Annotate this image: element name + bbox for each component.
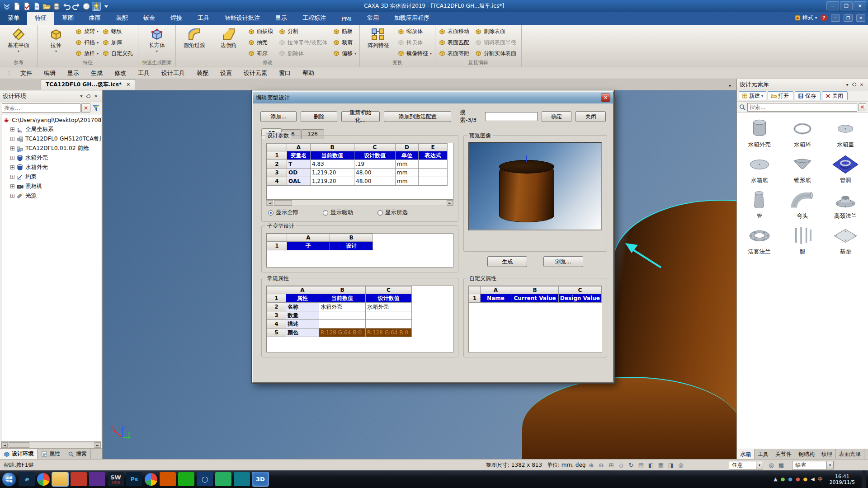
column-header[interactable]: A bbox=[286, 286, 319, 294]
table-row[interactable]: 3 数量 bbox=[267, 311, 412, 320]
new-file-icon[interactable] bbox=[13, 2, 21, 10]
cell[interactable]: 子 bbox=[287, 242, 330, 250]
cell[interactable] bbox=[419, 177, 448, 186]
clear-search-icon[interactable]: ✕ bbox=[859, 103, 866, 111]
params-horizontal-scrollbar[interactable]: ◄ ► bbox=[266, 200, 453, 206]
smart-capture-icon[interactable] bbox=[92, 2, 100, 10]
direction-arrow[interactable] bbox=[623, 239, 664, 272]
shade-mode[interactable]: ◧ bbox=[646, 461, 656, 469]
clear-search-icon[interactable]: ✕ bbox=[81, 103, 90, 113]
app-explorer[interactable] bbox=[52, 472, 68, 486]
import-doc-icon[interactable] bbox=[33, 2, 41, 10]
cell[interactable]: Design Value bbox=[558, 294, 601, 303]
ribbon-large-item[interactable]: 基准平面 ▾ bbox=[2, 26, 35, 59]
ok-button[interactable]: 确定 bbox=[542, 111, 572, 122]
app-green[interactable] bbox=[215, 472, 231, 486]
table-row[interactable]: 1 属性当前数值设计数值 bbox=[267, 294, 412, 303]
ribbon-small-item[interactable]: 拉伸零件/装配体 bbox=[278, 38, 329, 48]
open-file-icon[interactable] bbox=[23, 2, 31, 10]
cell[interactable]: R:128 G:64 B:0 bbox=[366, 328, 412, 337]
cell[interactable]: 设计数值 bbox=[354, 151, 396, 160]
reinitialize-button[interactable]: 重新初始化... bbox=[341, 111, 380, 122]
library-tab[interactable]: 关节件 bbox=[772, 449, 795, 459]
cell[interactable]: 属性 bbox=[286, 294, 319, 303]
library-tab[interactable]: 水箱 bbox=[737, 449, 755, 459]
open-folder-icon[interactable] bbox=[42, 2, 51, 10]
tree-search-input[interactable] bbox=[2, 103, 80, 113]
ribbon-large-item[interactable]: 拉伸 ▾ bbox=[39, 26, 73, 59]
ribbon-tab[interactable]: 焊接 bbox=[163, 12, 190, 25]
cell[interactable] bbox=[319, 311, 366, 320]
library-item[interactable]: 水箱环 bbox=[781, 117, 824, 150]
tree-item[interactable]: + 约束 bbox=[1, 172, 101, 182]
tray-app-1[interactable]: ● bbox=[781, 476, 785, 482]
refresh-view[interactable]: ↻ bbox=[627, 461, 636, 469]
expand-toggle[interactable]: + bbox=[10, 165, 14, 169]
app-orange[interactable] bbox=[160, 472, 176, 486]
pin-icon[interactable] bbox=[851, 81, 858, 88]
ribbon-tab[interactable]: 显示 bbox=[268, 12, 295, 25]
grid[interactable]: ▩ bbox=[777, 461, 786, 469]
view-front[interactable]: ▤ bbox=[637, 461, 646, 469]
cell[interactable]: 48.00 bbox=[354, 177, 396, 186]
menu-item[interactable]: 装配 bbox=[191, 67, 214, 79]
tree-item[interactable]: + 水箱外壳 bbox=[1, 163, 101, 172]
panel-menu-icon[interactable]: ▾ bbox=[78, 93, 85, 100]
cell[interactable]: 1,219.20 bbox=[311, 169, 354, 177]
expand-toggle[interactable]: + bbox=[10, 184, 14, 188]
library-tab[interactable]: 纹理 bbox=[818, 449, 836, 459]
app-ie[interactable]: e bbox=[19, 472, 35, 486]
ribbon-small-item[interactable]: 面拔模 bbox=[248, 26, 275, 37]
panel-close-icon[interactable]: ✕ bbox=[858, 81, 865, 88]
scroll-right-icon[interactable]: ► bbox=[94, 442, 101, 448]
library-item[interactable]: 高颈法兰 bbox=[824, 188, 867, 222]
add-button[interactable]: 添加... bbox=[260, 111, 297, 122]
ribbon-small-item[interactable]: 镜像特征 ▾ bbox=[397, 48, 432, 59]
close-tab-icon[interactable]: ✕ bbox=[126, 82, 130, 88]
zoom-all[interactable]: ◇ bbox=[617, 461, 626, 469]
ribbon-tab[interactable]: 草图 bbox=[54, 12, 81, 25]
ribbon-tab[interactable]: 常用 bbox=[359, 12, 387, 25]
browse-button[interactable]: 浏览... bbox=[543, 256, 583, 267]
expand-toggle[interactable]: + bbox=[10, 175, 14, 179]
app-browser[interactable] bbox=[37, 473, 50, 486]
expand-toggle[interactable]: + bbox=[10, 156, 14, 160]
cell[interactable] bbox=[366, 320, 412, 328]
column-header[interactable]: B bbox=[511, 286, 558, 294]
panel-menu-icon[interactable]: ▾ bbox=[844, 81, 851, 88]
scroll-left-icon[interactable]: ◄ bbox=[1, 442, 8, 448]
column-header[interactable]: E bbox=[419, 144, 448, 151]
cell[interactable]: 数量 bbox=[286, 311, 319, 320]
library-button[interactable]: 保存 bbox=[795, 91, 821, 100]
wireframe-mode[interactable]: ▦ bbox=[656, 461, 665, 469]
locate[interactable]: ◎ bbox=[767, 461, 776, 469]
app-teal[interactable] bbox=[234, 472, 250, 486]
library-item[interactable]: 基垫 bbox=[824, 224, 867, 258]
column-header[interactable] bbox=[267, 234, 287, 242]
table-row[interactable]: 5 颜色R:128 G:64 B:0R:128 G:64 B:0 bbox=[267, 328, 412, 337]
tray-volume[interactable]: ◀ bbox=[811, 476, 814, 482]
column-header[interactable]: D bbox=[396, 144, 419, 151]
cell[interactable]: 表达式 bbox=[419, 151, 448, 160]
ribbon-tab[interactable]: 特征 bbox=[27, 12, 54, 25]
cell[interactable] bbox=[319, 320, 366, 328]
ribbon-small-item[interactable]: 筋板 bbox=[333, 26, 356, 37]
tab-list-dropdown-icon[interactable]: ▾ bbox=[729, 83, 731, 88]
menu-item[interactable]: 帮助 bbox=[297, 67, 320, 79]
table-row[interactable]: 1 变量名当前数值设计数值单位表达式 bbox=[267, 151, 448, 160]
ribbon-small-item[interactable]: 编辑表面半径 bbox=[475, 38, 518, 48]
cell[interactable]: 名称 bbox=[286, 303, 319, 311]
save-icon[interactable] bbox=[52, 2, 61, 10]
app-solidworks[interactable]: SW 2016 bbox=[108, 472, 124, 486]
row-number[interactable]: 1 bbox=[267, 151, 287, 160]
cell[interactable]: mm bbox=[396, 160, 419, 169]
ribbon-small-item[interactable]: 表面等距 bbox=[439, 48, 471, 59]
minimize-button[interactable]: ─ bbox=[826, 1, 839, 10]
library-item[interactable]: 水箱底 bbox=[738, 152, 781, 186]
menu-item[interactable]: 窗口 bbox=[274, 67, 296, 79]
row-number[interactable]: 3 bbox=[267, 311, 286, 320]
taskbar-clock[interactable]: 16:41 2019/11/5 bbox=[826, 474, 859, 485]
qat-more-icon[interactable] bbox=[102, 2, 110, 10]
expand-toggle[interactable]: + bbox=[10, 127, 14, 131]
row-number[interactable]: 5 bbox=[267, 328, 286, 337]
